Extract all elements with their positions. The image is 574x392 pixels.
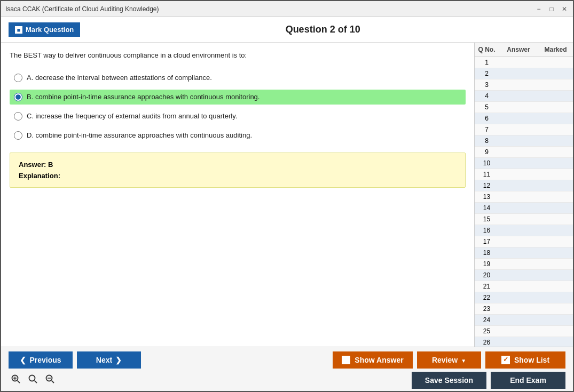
sidebar-answer [499, 113, 538, 124]
option-a[interactable]: A. decrease the interval between attesta… [10, 70, 466, 85]
question-text: The BEST way to deliver continuous compl… [10, 50, 466, 61]
review-button[interactable]: Review [417, 351, 481, 369]
sidebar-row[interactable]: 16 [475, 225, 573, 236]
sidebar-answer [499, 191, 538, 202]
sidebar-marked [538, 203, 573, 213]
option-d-label: D. combine point-in-time assurance appro… [27, 131, 252, 139]
sidebar-qno: 15 [475, 214, 499, 225]
sidebar-row[interactable]: 14 [475, 203, 573, 214]
sidebar-row[interactable]: 12 [475, 180, 573, 191]
review-label: Review [432, 356, 458, 364]
show-list-button[interactable]: Show List [485, 351, 565, 369]
sidebar-row[interactable]: 13 [475, 191, 573, 203]
option-b[interactable]: B. combine point-in-time assurance appro… [10, 90, 466, 105]
sidebar-answer [499, 292, 538, 303]
sidebar-marked [538, 259, 573, 269]
radio-a[interactable] [14, 74, 22, 82]
save-session-button[interactable]: Save Session [412, 372, 486, 389]
sidebar-answer [499, 315, 538, 325]
sidebar-row[interactable]: 8 [475, 135, 573, 147]
option-c[interactable]: C. increase the frequency of external au… [10, 109, 466, 124]
svg-line-7 [52, 381, 54, 383]
sidebar-marked [538, 113, 573, 124]
sidebar-qno: 13 [475, 191, 499, 202]
sidebar-row[interactable]: 20 [475, 270, 573, 281]
radio-c[interactable] [14, 112, 22, 121]
zoom-fit-button[interactable] [26, 373, 41, 388]
sidebar-answer [499, 180, 538, 191]
svg-line-5 [35, 381, 37, 383]
sidebar-row[interactable]: 18 [475, 247, 573, 259]
sidebar-row[interactable]: 17 [475, 236, 573, 247]
sidebar-row[interactable]: 2 [475, 68, 573, 79]
sidebar-row[interactable]: 11 [475, 169, 573, 180]
option-b-label: B. combine point-in-time assurance appro… [27, 93, 260, 101]
next-button[interactable]: Next [77, 351, 141, 369]
question-title: Question 2 of 10 [80, 24, 565, 35]
end-exam-button[interactable]: End Exam [491, 372, 565, 389]
sidebar-row[interactable]: 21 [475, 281, 573, 292]
end-exam-label: End Exam [510, 376, 546, 385]
sidebar-row[interactable]: 15 [475, 214, 573, 225]
sidebar-answer [499, 68, 538, 79]
sidebar-row[interactable]: 6 [475, 113, 573, 124]
save-session-label: Save Session [425, 376, 473, 385]
sidebar-answer [499, 169, 538, 180]
option-a-label: A. decrease the interval between attesta… [27, 74, 212, 82]
sidebar-row[interactable]: 26 [475, 337, 573, 347]
mark-question-button[interactable]: ■ Mark Question [9, 22, 80, 37]
sidebar-marked [538, 102, 573, 113]
sidebar-qno: 18 [475, 247, 499, 258]
sidebar-qno: 9 [475, 147, 499, 157]
sidebar-row[interactable]: 23 [475, 303, 573, 315]
sidebar-marked [538, 337, 573, 347]
sidebar-row[interactable]: 3 [475, 79, 573, 91]
sidebar-qno: 24 [475, 315, 499, 325]
sidebar-answer [499, 203, 538, 213]
sidebar-row[interactable]: 1 [475, 57, 573, 68]
sidebar-row[interactable]: 4 [475, 91, 573, 102]
answer-text: Answer: B [19, 161, 457, 169]
chevron-left-icon [20, 356, 26, 364]
sidebar-col-marked: Marked [538, 45, 573, 54]
show-answer-button[interactable]: Show Answer [333, 351, 413, 369]
sidebar-answer [499, 214, 538, 225]
sidebar-answer [499, 270, 538, 281]
sidebar-row[interactable]: 24 [475, 315, 573, 326]
sidebar-qno: 21 [475, 281, 499, 292]
sidebar-qno: 14 [475, 203, 499, 213]
restore-button[interactable]: □ [547, 5, 556, 13]
sidebar-row[interactable]: 19 [475, 259, 573, 270]
radio-b[interactable] [14, 93, 22, 101]
sidebar-list[interactable]: 1 2 3 4 5 6 7 8 [475, 57, 573, 347]
sidebar-marked [538, 158, 573, 169]
sidebar-qno: 26 [475, 337, 499, 347]
sidebar-row[interactable]: 5 [475, 102, 573, 113]
minimize-button[interactable]: − [534, 5, 543, 13]
review-dropdown-icon [461, 356, 466, 364]
sidebar-answer [499, 57, 538, 68]
bookmark-icon: ■ [15, 26, 22, 34]
sidebar-marked [538, 270, 573, 281]
answer-box: Answer: B Explanation: [10, 153, 466, 188]
zoom-out-button[interactable] [43, 373, 58, 388]
radio-d[interactable] [14, 131, 22, 140]
sidebar-answer [499, 259, 538, 269]
option-d[interactable]: D. combine point-in-time assurance appro… [10, 128, 466, 143]
sidebar-answer [499, 247, 538, 258]
sidebar-qno: 23 [475, 303, 499, 314]
previous-button[interactable]: Previous [9, 351, 73, 369]
zoom-in-button[interactable] [9, 373, 23, 388]
sidebar-answer [499, 91, 538, 101]
close-button[interactable]: ✕ [560, 5, 569, 13]
sidebar-row[interactable]: 25 [475, 326, 573, 337]
explanation-label: Explanation: [19, 172, 457, 180]
sidebar-answer [499, 147, 538, 157]
svg-line-1 [18, 381, 20, 383]
sidebar-row[interactable]: 9 [475, 147, 573, 158]
next-label: Next [96, 356, 112, 364]
sidebar-row[interactable]: 7 [475, 124, 573, 135]
sidebar-row[interactable]: 22 [475, 292, 573, 303]
show-list-label: Show List [514, 356, 549, 364]
sidebar-row[interactable]: 10 [475, 158, 573, 169]
